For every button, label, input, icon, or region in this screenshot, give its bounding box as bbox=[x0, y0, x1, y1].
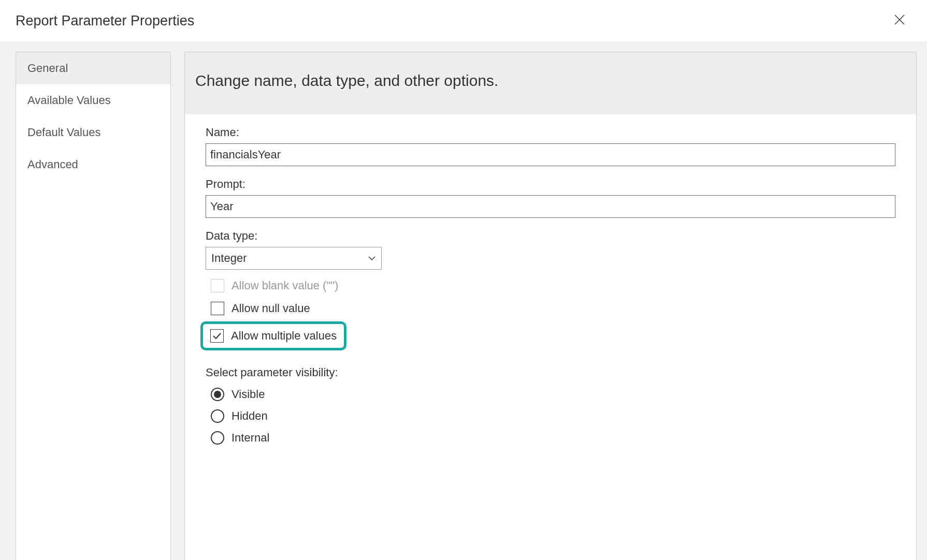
radio-label-hidden: Hidden bbox=[231, 409, 268, 423]
checkbox-box-blank bbox=[211, 279, 224, 292]
dialog-title: Report Parameter Properties bbox=[16, 13, 194, 29]
checkbox-label-blank: Allow blank value ("") bbox=[231, 279, 338, 292]
checkbox-label-null: Allow null value bbox=[231, 302, 310, 315]
sidebar-item-available-values[interactable]: Available Values bbox=[16, 84, 170, 116]
sidebar-item-label: Default Values bbox=[27, 126, 100, 139]
sidebar: General Available Values Default Values … bbox=[16, 52, 171, 560]
radio-circle-hidden[interactable] bbox=[211, 409, 224, 423]
visibility-label: Select parameter visibility: bbox=[206, 366, 895, 379]
datatype-value: Integer bbox=[211, 252, 247, 265]
panel-content: Name: Prompt: Data type: Integer Allow b… bbox=[185, 114, 916, 445]
datatype-label: Data type: bbox=[206, 229, 895, 243]
sidebar-item-label: General bbox=[27, 62, 68, 75]
checkbox-allow-null[interactable]: Allow null value bbox=[206, 302, 895, 315]
close-icon bbox=[894, 14, 905, 25]
checkbox-label-multiple: Allow multiple values bbox=[231, 329, 337, 343]
checkbox-box-null[interactable] bbox=[211, 302, 224, 315]
highlight-allow-multiple: Allow multiple values bbox=[200, 321, 346, 350]
dialog-header: Report Parameter Properties bbox=[0, 0, 927, 41]
close-button[interactable] bbox=[888, 9, 911, 32]
sidebar-item-label: Advanced bbox=[27, 158, 78, 171]
dialog-body: General Available Values Default Values … bbox=[0, 41, 927, 560]
sidebar-item-advanced[interactable]: Advanced bbox=[16, 149, 170, 181]
sidebar-item-default-values[interactable]: Default Values bbox=[16, 116, 170, 149]
radio-circle-internal[interactable] bbox=[211, 431, 224, 445]
sidebar-item-general[interactable]: General bbox=[16, 52, 170, 84]
radio-dot bbox=[214, 391, 221, 398]
panel-header: Change name, data type, and other option… bbox=[185, 52, 916, 114]
radio-circle-visible[interactable] bbox=[211, 388, 224, 401]
radio-visible[interactable]: Visible bbox=[206, 388, 895, 401]
radio-hidden[interactable]: Hidden bbox=[206, 409, 895, 423]
name-label: Name: bbox=[206, 126, 895, 139]
checkbox-allow-blank: Allow blank value ("") bbox=[206, 279, 895, 292]
checkmark-icon bbox=[212, 332, 222, 340]
prompt-label: Prompt: bbox=[206, 178, 895, 191]
prompt-input[interactable] bbox=[206, 195, 895, 218]
name-input[interactable] bbox=[206, 143, 895, 166]
datatype-select[interactable]: Integer bbox=[206, 247, 382, 270]
checkbox-box-multiple[interactable] bbox=[210, 329, 224, 343]
radio-label-visible: Visible bbox=[231, 388, 265, 401]
radio-label-internal: Internal bbox=[231, 431, 269, 445]
main-panel: Change name, data type, and other option… bbox=[184, 52, 917, 560]
chevron-down-icon bbox=[368, 256, 376, 261]
sidebar-item-label: Available Values bbox=[27, 94, 111, 107]
radio-internal[interactable]: Internal bbox=[206, 431, 895, 445]
